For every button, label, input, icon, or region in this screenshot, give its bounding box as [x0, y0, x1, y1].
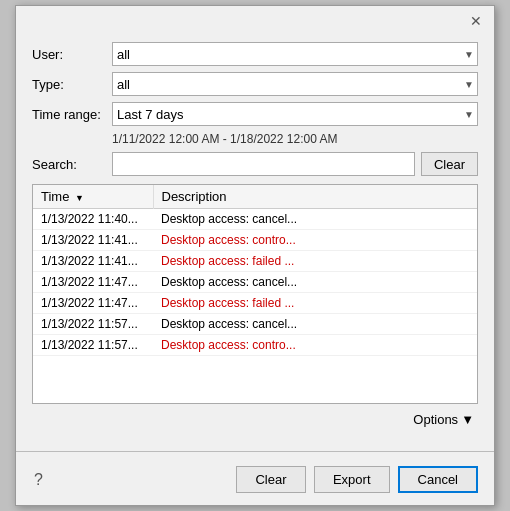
- help-icon: ?: [34, 471, 43, 488]
- cell-description: Desktop access: contro...: [153, 335, 477, 356]
- table-row[interactable]: 1/13/2022 11:47...Desktop access: cancel…: [33, 272, 477, 293]
- log-table: Time ▼ Description 1/13/2022 11:40...Des…: [33, 185, 477, 356]
- time-range-label: Time range:: [32, 107, 112, 122]
- date-range-text: 1/11/2022 12:00 AM - 1/18/2022 12:00 AM: [112, 132, 478, 146]
- cell-description: Desktop access: contro...: [153, 230, 477, 251]
- cell-description: Desktop access: cancel...: [153, 272, 477, 293]
- cell-time: 1/13/2022 11:47...: [33, 293, 153, 314]
- table-row[interactable]: 1/13/2022 11:47...Desktop access: failed…: [33, 293, 477, 314]
- footer-right: Clear Export Cancel: [236, 466, 478, 493]
- user-row: User: all ▼: [32, 42, 478, 66]
- close-button[interactable]: ✕: [466, 12, 486, 30]
- type-row: Type: all ▼: [32, 72, 478, 96]
- options-arrow-icon: ▼: [461, 412, 474, 427]
- cancel-button[interactable]: Cancel: [398, 466, 478, 493]
- time-range-row: Time range: Last 7 days Last 30 days Cus…: [32, 102, 478, 126]
- user-select[interactable]: all: [112, 42, 478, 66]
- footer: ? Clear Export Cancel: [16, 458, 494, 505]
- footer-divider: [16, 451, 494, 452]
- search-row: Search: Clear: [32, 152, 478, 176]
- clear-search-button[interactable]: Clear: [421, 152, 478, 176]
- user-label: User:: [32, 47, 112, 62]
- table-row[interactable]: 1/13/2022 11:41...Desktop access: contro…: [33, 230, 477, 251]
- search-label: Search:: [32, 157, 112, 172]
- sort-indicator-icon: ▼: [75, 193, 84, 203]
- user-select-wrapper: all ▼: [112, 42, 478, 66]
- dialog-content: User: all ▼ Type: all ▼ Time range: Last: [16, 34, 494, 445]
- col-time-header[interactable]: Time ▼: [33, 185, 153, 209]
- cell-time: 1/13/2022 11:57...: [33, 335, 153, 356]
- cell-time: 1/13/2022 11:47...: [33, 272, 153, 293]
- help-button[interactable]: ?: [32, 469, 45, 491]
- table-body: 1/13/2022 11:40...Desktop access: cancel…: [33, 209, 477, 356]
- table-row[interactable]: 1/13/2022 11:57...Desktop access: contro…: [33, 335, 477, 356]
- search-input[interactable]: [112, 152, 415, 176]
- table-row[interactable]: 1/13/2022 11:41...Desktop access: failed…: [33, 251, 477, 272]
- type-select[interactable]: all: [112, 72, 478, 96]
- type-label: Type:: [32, 77, 112, 92]
- cell-time: 1/13/2022 11:57...: [33, 314, 153, 335]
- type-select-wrapper: all ▼: [112, 72, 478, 96]
- cell-description: Desktop access: failed ...: [153, 251, 477, 272]
- log-dialog: ✕ User: all ▼ Type: all ▼ Time range:: [15, 5, 495, 506]
- export-button[interactable]: Export: [314, 466, 390, 493]
- log-table-container[interactable]: Time ▼ Description 1/13/2022 11:40...Des…: [32, 184, 478, 404]
- cell-time: 1/13/2022 11:41...: [33, 230, 153, 251]
- cell-time: 1/13/2022 11:41...: [33, 251, 153, 272]
- title-bar: ✕: [16, 6, 494, 34]
- cell-description: Desktop access: cancel...: [153, 209, 477, 230]
- table-header-row: Time ▼ Description: [33, 185, 477, 209]
- col-description-header[interactable]: Description: [153, 185, 477, 209]
- footer-left: ?: [32, 469, 236, 491]
- table-row[interactable]: 1/13/2022 11:40...Desktop access: cancel…: [33, 209, 477, 230]
- time-range-select-wrapper: Last 7 days Last 30 days Custom ▼: [112, 102, 478, 126]
- time-range-select[interactable]: Last 7 days Last 30 days Custom: [112, 102, 478, 126]
- options-button[interactable]: Options ▼: [409, 410, 478, 429]
- table-row[interactable]: 1/13/2022 11:57...Desktop access: cancel…: [33, 314, 477, 335]
- clear-button[interactable]: Clear: [236, 466, 306, 493]
- options-row: Options ▼: [32, 410, 478, 429]
- cell-description: Desktop access: failed ...: [153, 293, 477, 314]
- cell-time: 1/13/2022 11:40...: [33, 209, 153, 230]
- cell-description: Desktop access: cancel...: [153, 314, 477, 335]
